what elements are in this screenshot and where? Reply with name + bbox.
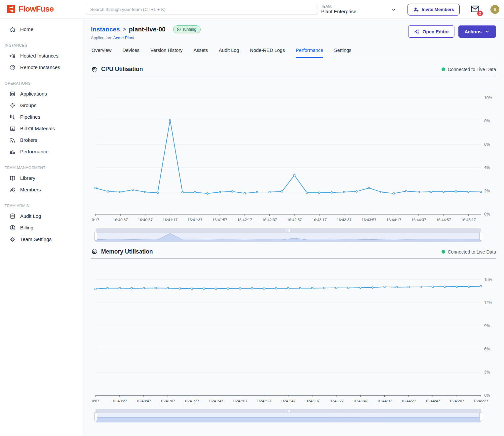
cpu-range-slider-bar[interactable] [96, 228, 481, 233]
memory-live-status: Connected to Live Data [442, 249, 496, 255]
billing-icon [9, 224, 16, 231]
svg-text:16:44:47: 16:44:47 [425, 399, 440, 403]
svg-text:16:40:27: 16:40:27 [112, 399, 127, 403]
sidebar-item-label: Library [20, 175, 35, 181]
cpu-range-slider-right-handle[interactable] [479, 232, 482, 241]
sidebar-item-bill-of-materials[interactable]: Bill Of Materials [0, 123, 83, 134]
status-badge: running [173, 25, 201, 33]
application-link[interactable]: Acme Plant [113, 36, 134, 40]
audit-log-icon [9, 213, 16, 219]
tab-settings[interactable]: Settings [334, 48, 351, 58]
svg-text:16:42:07: 16:42:07 [233, 399, 248, 403]
notifications-button[interactable]: 2 [471, 5, 480, 14]
tab-devices[interactable]: Devices [122, 48, 139, 58]
sidebar-item-pipelines[interactable]: Pipelines [0, 111, 83, 123]
sidebar-item-label: Applications [20, 91, 47, 97]
svg-text:16:44:57: 16:44:57 [436, 218, 451, 222]
live-dot-icon [442, 67, 445, 71]
open-editor-label: Open Editor [423, 29, 449, 34]
tab-node-red-logs[interactable]: Node-RED Logs [250, 48, 285, 58]
memory-live-status-label: Connected to Live Data [448, 249, 496, 255]
home-icon [9, 26, 16, 33]
svg-text:12%: 12% [484, 300, 492, 305]
bill-of-materials-icon [9, 125, 16, 132]
svg-text:0%: 0% [484, 212, 490, 217]
play-circle-icon [176, 27, 181, 32]
flowfuse-logo[interactable]: FlowFuse [7, 4, 54, 14]
svg-text:16:43:27: 16:43:27 [329, 399, 344, 403]
svg-text:15%: 15% [484, 277, 492, 282]
sidebar-item-label: Remote Instances [20, 64, 60, 70]
sidebar-item-brokers[interactable]: Brokers [0, 134, 83, 146]
memory-utilisation-chart: 0%3%6%9%12%15%0:0716:40:2716:40:4716:41:… [91, 259, 496, 408]
sidebar-section-team-management: TEAM MANAGEMENT [5, 166, 83, 170]
sidebar-item-members[interactable]: Members [0, 184, 83, 195]
sidebar-item-audit-log[interactable]: Audit Log [0, 210, 83, 222]
svg-text:16:41:57: 16:41:57 [213, 218, 227, 222]
memory-range-slider[interactable] [96, 409, 481, 423]
memory-range-slider-right-handle[interactable] [479, 412, 482, 421]
memory-range-slider-minichart [96, 413, 481, 422]
notifications-count-badge: 2 [477, 11, 483, 16]
svg-text:16:40:57: 16:40:57 [138, 218, 153, 222]
application-label: Application: [91, 36, 112, 40]
sidebar-item-applications[interactable]: Applications [0, 88, 83, 99]
cpu-utilisation-chart: 0%2%4%6%8%10%0:1716:40:3716:40:5716:41:1… [91, 76, 496, 227]
main-content: Instances > plant-live-00 running Applic… [83, 19, 504, 436]
svg-text:16:41:27: 16:41:27 [184, 399, 199, 403]
divider [316, 5, 316, 15]
sidebar-item-performance[interactable]: Performance [0, 146, 83, 157]
svg-text:16:42:27: 16:42:27 [257, 399, 272, 403]
sidebar-item-groups[interactable]: Groups [0, 99, 83, 111]
search-input[interactable] [86, 4, 318, 15]
breadcrumb: Instances > plant-live-00 running [91, 25, 201, 33]
tab-version-history[interactable]: Version History [150, 48, 183, 58]
top-navbar: FlowFuse TEAM: Plant Enterprise Invite M… [0, 0, 504, 19]
team-selector[interactable]: TEAM: Plant Enterprise [321, 5, 397, 14]
sidebar-item-team-settings[interactable]: Team Settings [0, 233, 83, 245]
sidebar-item-label: Bill Of Materials [20, 126, 55, 131]
sidebar-item-label: Performance [20, 149, 49, 154]
divider [465, 5, 465, 15]
sidebar-item-home[interactable]: Home [0, 23, 83, 35]
actions-button[interactable]: Actions [458, 25, 496, 38]
svg-text:0:17: 0:17 [92, 218, 99, 222]
groups-icon [9, 102, 16, 109]
svg-text:16:43:37: 16:43:37 [337, 218, 352, 222]
invite-members-label: Invite Members [422, 7, 454, 12]
invite-members-button[interactable]: Invite Members [407, 4, 460, 16]
open-editor-button[interactable]: Open Editor [408, 25, 454, 38]
memory-range-slider-bar[interactable] [96, 409, 481, 413]
cpu-range-slider[interactable] [96, 228, 481, 242]
sidebar-item-hosted-instances[interactable]: Hosted Instances [0, 50, 83, 61]
memory-section-title: Memory Utilisation [101, 248, 153, 255]
svg-text:2%: 2% [484, 189, 490, 193]
svg-text:3%: 3% [484, 370, 490, 375]
sidebar-item-billing[interactable]: Billing [0, 222, 83, 233]
memory-range-slider-left-handle[interactable] [94, 412, 97, 421]
cpu-range-slider-minichart [96, 233, 481, 242]
chevron-down-icon [485, 29, 490, 34]
svg-text:16:41:37: 16:41:37 [188, 218, 203, 222]
breadcrumb-instances-link[interactable]: Instances [91, 26, 120, 33]
tab-assets[interactable]: Assets [194, 48, 208, 58]
divider [402, 5, 402, 15]
tab-audit-log[interactable]: Audit Log [219, 48, 239, 58]
tab-performance[interactable]: Performance [296, 48, 323, 58]
sidebar-section-operations: OPERATIONS [5, 81, 83, 85]
svg-text:16:45:07: 16:45:07 [449, 399, 464, 403]
sidebar-item-remote-instances[interactable]: Remote Instances [0, 61, 83, 73]
svg-text:16:45:17: 16:45:17 [461, 218, 476, 222]
sidebar-item-label: Audit Log [20, 213, 41, 219]
sidebar-item-library[interactable]: Library [0, 172, 83, 184]
avatar[interactable]: fl [490, 5, 499, 14]
cpu-range-slider-left-handle[interactable] [94, 232, 97, 241]
svg-text:16:41:17: 16:41:17 [163, 218, 177, 222]
library-icon [9, 175, 16, 181]
svg-text:16:42:17: 16:42:17 [237, 218, 252, 222]
divider [485, 5, 485, 15]
sidebar-item-label: Groups [20, 102, 36, 108]
svg-text:0%: 0% [484, 393, 490, 398]
tab-overview[interactable]: Overview [92, 48, 111, 58]
team-name: Plant Enterprise [321, 9, 391, 14]
